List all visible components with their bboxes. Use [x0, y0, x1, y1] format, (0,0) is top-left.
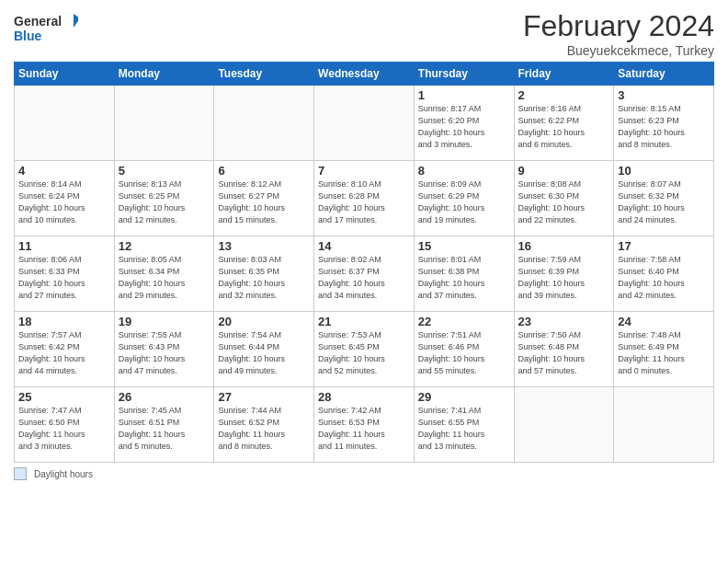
- calendar-day-cell: 25Sunrise: 7:47 AM Sunset: 6:50 PM Dayli…: [15, 387, 115, 463]
- day-number: 1: [418, 88, 510, 102]
- day-info: Sunrise: 8:09 AM Sunset: 6:29 PM Dayligh…: [418, 178, 510, 226]
- calendar-day-header: Thursday: [414, 63, 514, 86]
- day-number: 4: [18, 164, 110, 178]
- calendar-week-row: 1Sunrise: 8:17 AM Sunset: 6:20 PM Daylig…: [15, 86, 714, 161]
- day-number: 22: [418, 315, 510, 328]
- calendar-week-row: 18Sunrise: 7:57 AM Sunset: 6:42 PM Dayli…: [15, 312, 714, 387]
- day-info: Sunrise: 8:03 AM Sunset: 6:35 PM Dayligh…: [218, 254, 310, 302]
- day-info: Sunrise: 8:08 AM Sunset: 6:30 PM Dayligh…: [518, 178, 610, 226]
- day-info: Sunrise: 7:54 AM Sunset: 6:44 PM Dayligh…: [218, 329, 310, 377]
- day-number: 8: [418, 164, 510, 178]
- day-number: 16: [518, 239, 610, 253]
- day-info: Sunrise: 8:13 AM Sunset: 6:25 PM Dayligh…: [119, 178, 210, 226]
- calendar-day-cell: 3Sunrise: 8:15 AM Sunset: 6:23 PM Daylig…: [614, 86, 714, 161]
- calendar-day-cell: [15, 86, 115, 161]
- calendar-day-cell: [214, 86, 314, 161]
- calendar-day-header: Monday: [114, 63, 214, 86]
- day-number: 29: [418, 390, 510, 404]
- day-info: Sunrise: 7:55 AM Sunset: 6:43 PM Dayligh…: [119, 329, 210, 377]
- day-info: Sunrise: 7:41 AM Sunset: 6:55 PM Dayligh…: [418, 405, 510, 453]
- calendar-day-cell: 19Sunrise: 7:55 AM Sunset: 6:43 PM Dayli…: [114, 312, 214, 387]
- calendar-day-cell: 16Sunrise: 7:59 AM Sunset: 6:39 PM Dayli…: [514, 236, 614, 312]
- calendar-day-cell: 22Sunrise: 7:51 AM Sunset: 6:46 PM Dayli…: [414, 312, 514, 387]
- day-number: 26: [119, 390, 210, 404]
- calendar-day-cell: 9Sunrise: 8:08 AM Sunset: 6:30 PM Daylig…: [514, 161, 614, 236]
- day-number: 24: [618, 315, 710, 328]
- day-number: 5: [119, 164, 210, 178]
- svg-text:Blue: Blue: [14, 29, 42, 43]
- day-number: 10: [618, 164, 710, 178]
- day-info: Sunrise: 8:16 AM Sunset: 6:22 PM Dayligh…: [518, 103, 610, 151]
- calendar-day-cell: 27Sunrise: 7:44 AM Sunset: 6:52 PM Dayli…: [214, 387, 314, 463]
- day-info: Sunrise: 7:58 AM Sunset: 6:40 PM Dayligh…: [618, 254, 710, 302]
- day-info: Sunrise: 8:07 AM Sunset: 6:32 PM Dayligh…: [618, 178, 710, 226]
- calendar-day-header: Sunday: [15, 63, 115, 86]
- calendar-table: SundayMondayTuesdayWednesdayThursdayFrid…: [14, 62, 714, 463]
- day-number: 28: [318, 390, 410, 404]
- calendar-day-cell: 24Sunrise: 7:48 AM Sunset: 6:49 PM Dayli…: [614, 312, 714, 387]
- calendar-day-cell: 4Sunrise: 8:14 AM Sunset: 6:24 PM Daylig…: [15, 161, 115, 236]
- calendar-day-cell: 14Sunrise: 8:02 AM Sunset: 6:37 PM Dayli…: [314, 236, 415, 312]
- day-info: Sunrise: 7:53 AM Sunset: 6:45 PM Dayligh…: [318, 329, 410, 377]
- day-number: 2: [518, 88, 610, 102]
- day-number: 20: [218, 315, 310, 328]
- day-number: 15: [418, 239, 510, 253]
- day-info: Sunrise: 8:12 AM Sunset: 6:27 PM Dayligh…: [218, 178, 310, 226]
- legend-row: Daylight hours: [14, 467, 714, 480]
- calendar-day-cell: 28Sunrise: 7:42 AM Sunset: 6:53 PM Dayli…: [314, 387, 415, 463]
- calendar-day-cell: [114, 86, 214, 161]
- day-number: 11: [18, 239, 110, 253]
- day-number: 18: [18, 315, 110, 328]
- title-block: February 2024 Bueyuekcekmece, Turkey: [523, 9, 714, 58]
- legend-box: [14, 467, 27, 480]
- svg-text:General: General: [14, 14, 62, 29]
- calendar-day-cell: 1Sunrise: 8:17 AM Sunset: 6:20 PM Daylig…: [414, 86, 514, 161]
- calendar-day-cell: 18Sunrise: 7:57 AM Sunset: 6:42 PM Dayli…: [15, 312, 115, 387]
- day-info: Sunrise: 7:42 AM Sunset: 6:53 PM Dayligh…: [318, 405, 410, 453]
- day-number: 21: [318, 315, 410, 328]
- calendar-day-cell: 13Sunrise: 8:03 AM Sunset: 6:35 PM Dayli…: [214, 236, 314, 312]
- calendar-day-header: Tuesday: [214, 63, 314, 86]
- day-number: 25: [18, 390, 110, 404]
- calendar-day-cell: 8Sunrise: 8:09 AM Sunset: 6:29 PM Daylig…: [414, 161, 514, 236]
- calendar-day-cell: [514, 387, 614, 463]
- calendar-week-row: 4Sunrise: 8:14 AM Sunset: 6:24 PM Daylig…: [15, 161, 714, 236]
- calendar-day-cell: 23Sunrise: 7:50 AM Sunset: 6:48 PM Dayli…: [514, 312, 614, 387]
- day-number: 23: [518, 315, 610, 328]
- day-info: Sunrise: 7:57 AM Sunset: 6:42 PM Dayligh…: [18, 329, 110, 377]
- day-number: 9: [518, 164, 610, 178]
- calendar-day-cell: 20Sunrise: 7:54 AM Sunset: 6:44 PM Dayli…: [214, 312, 314, 387]
- calendar-week-row: 25Sunrise: 7:47 AM Sunset: 6:50 PM Dayli…: [15, 387, 714, 463]
- day-number: 17: [618, 239, 710, 253]
- day-info: Sunrise: 7:59 AM Sunset: 6:39 PM Dayligh…: [518, 254, 610, 302]
- day-info: Sunrise: 7:48 AM Sunset: 6:49 PM Dayligh…: [618, 329, 710, 377]
- day-info: Sunrise: 8:02 AM Sunset: 6:37 PM Dayligh…: [318, 254, 410, 302]
- calendar-day-cell: 15Sunrise: 8:01 AM Sunset: 6:38 PM Dayli…: [414, 236, 514, 312]
- calendar-day-cell: [314, 86, 415, 161]
- calendar-day-header: Wednesday: [314, 63, 415, 86]
- day-info: Sunrise: 8:10 AM Sunset: 6:28 PM Dayligh…: [318, 178, 410, 226]
- day-info: Sunrise: 8:05 AM Sunset: 6:34 PM Dayligh…: [119, 254, 210, 302]
- calendar-header-row: SundayMondayTuesdayWednesdayThursdayFrid…: [15, 63, 714, 86]
- day-number: 12: [119, 239, 210, 253]
- svg-marker-2: [74, 14, 78, 28]
- day-info: Sunrise: 8:17 AM Sunset: 6:20 PM Dayligh…: [418, 103, 510, 151]
- logo-svg: General Blue: [14, 9, 78, 46]
- calendar-day-cell: 21Sunrise: 7:53 AM Sunset: 6:45 PM Dayli…: [314, 312, 415, 387]
- day-info: Sunrise: 7:45 AM Sunset: 6:51 PM Dayligh…: [119, 405, 210, 453]
- calendar-day-cell: 7Sunrise: 8:10 AM Sunset: 6:28 PM Daylig…: [314, 161, 415, 236]
- calendar-day-cell: 10Sunrise: 8:07 AM Sunset: 6:32 PM Dayli…: [614, 161, 714, 236]
- day-info: Sunrise: 8:15 AM Sunset: 6:23 PM Dayligh…: [618, 103, 710, 151]
- day-info: Sunrise: 7:51 AM Sunset: 6:46 PM Dayligh…: [418, 329, 510, 377]
- day-info: Sunrise: 7:47 AM Sunset: 6:50 PM Dayligh…: [18, 405, 110, 453]
- calendar-day-cell: 12Sunrise: 8:05 AM Sunset: 6:34 PM Dayli…: [114, 236, 214, 312]
- day-info: Sunrise: 8:14 AM Sunset: 6:24 PM Dayligh…: [18, 178, 110, 226]
- calendar-day-cell: 6Sunrise: 8:12 AM Sunset: 6:27 PM Daylig…: [214, 161, 314, 236]
- legend-label: Daylight hours: [34, 469, 93, 479]
- day-number: 19: [119, 315, 210, 328]
- calendar-week-row: 11Sunrise: 8:06 AM Sunset: 6:33 PM Dayli…: [15, 236, 714, 312]
- day-number: 3: [618, 88, 710, 102]
- logo: General Blue: [14, 9, 78, 46]
- calendar-day-cell: 11Sunrise: 8:06 AM Sunset: 6:33 PM Dayli…: [15, 236, 115, 312]
- day-info: Sunrise: 8:01 AM Sunset: 6:38 PM Dayligh…: [418, 254, 510, 302]
